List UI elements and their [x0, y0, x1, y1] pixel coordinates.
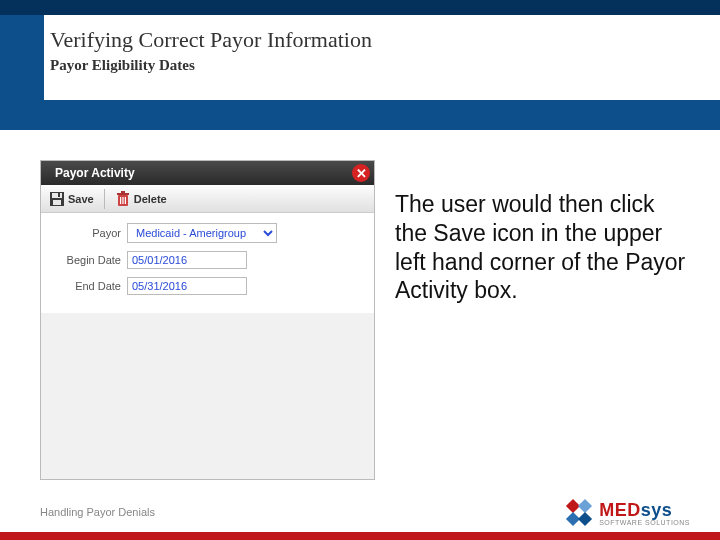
content-area: Payor Activity ✕ Save Delete Payor	[40, 160, 690, 480]
payor-select[interactable]: Medicaid - Amerigroup	[127, 223, 277, 243]
footer: Handling Payor Denials MEDsys SOFTWARE S…	[0, 492, 720, 540]
logo-text: MEDsys SOFTWARE SOLUTIONS	[599, 501, 690, 526]
panel-toolbar: Save Delete	[41, 185, 374, 213]
svg-rect-9	[125, 197, 126, 204]
delete-label: Delete	[134, 193, 167, 205]
logo-main: MEDsys	[599, 501, 690, 519]
svg-rect-3	[58, 193, 60, 197]
payor-activity-panel: Payor Activity ✕ Save Delete Payor	[40, 160, 375, 480]
panel-title: Payor Activity	[55, 166, 135, 180]
svg-rect-2	[53, 200, 61, 205]
row-end-date: End Date	[49, 277, 366, 295]
toolbar-separator	[104, 189, 105, 209]
close-button[interactable]: ✕	[352, 164, 370, 182]
footer-bar	[0, 532, 720, 540]
payor-label: Payor	[49, 227, 121, 239]
panel-body: Payor Medicaid - Amerigroup Begin Date E…	[41, 213, 374, 313]
header-stripe	[34, 15, 44, 130]
save-button[interactable]: Save	[47, 189, 96, 209]
delete-button[interactable]: Delete	[113, 189, 169, 209]
title-box: Verifying Correct Payor Information Payo…	[44, 15, 720, 100]
footer-text: Handling Payor Denials	[40, 506, 155, 518]
svg-rect-5	[117, 193, 129, 195]
begin-date-input[interactable]	[127, 251, 247, 269]
begin-date-label: Begin Date	[49, 254, 121, 266]
svg-rect-1	[52, 193, 62, 198]
page-subtitle: Payor Eligibility Dates	[50, 57, 716, 74]
close-icon: ✕	[356, 166, 367, 181]
svg-rect-6	[121, 191, 125, 193]
page-title: Verifying Correct Payor Information	[50, 27, 716, 53]
row-payor: Payor Medicaid - Amerigroup	[49, 223, 366, 243]
svg-rect-8	[122, 197, 123, 204]
logo: MEDsys SOFTWARE SOLUTIONS	[567, 500, 690, 526]
logo-sub: SOFTWARE SOLUTIONS	[599, 519, 690, 526]
end-date-input[interactable]	[127, 277, 247, 295]
save-icon	[49, 191, 65, 207]
delete-icon	[115, 191, 131, 207]
end-date-label: End Date	[49, 280, 121, 292]
instruction-text: The user would then click the Save icon …	[395, 160, 690, 480]
save-label: Save	[68, 193, 94, 205]
svg-rect-7	[120, 197, 121, 204]
row-begin-date: Begin Date	[49, 251, 366, 269]
logo-mark-icon	[567, 500, 593, 526]
header-band-dark	[0, 0, 720, 15]
panel-titlebar: Payor Activity ✕	[41, 161, 374, 185]
